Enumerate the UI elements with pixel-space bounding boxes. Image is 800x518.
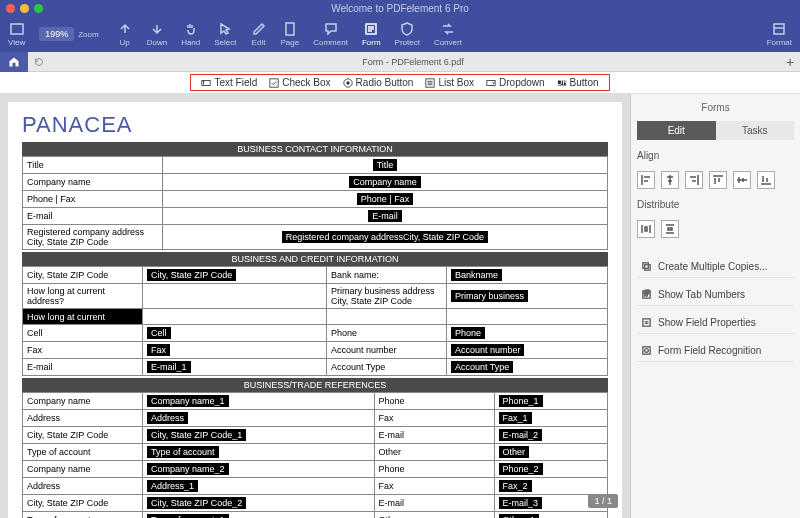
hand-button[interactable]: Hand — [181, 21, 200, 47]
button-tool[interactable]: OKButton — [557, 77, 599, 88]
listbox-tool[interactable]: List Box — [425, 77, 474, 88]
form-field[interactable]: Phone | Fax — [357, 193, 413, 205]
form-field[interactable]: Company name_2 — [147, 463, 229, 475]
align-bottom-button[interactable] — [757, 171, 775, 189]
form-field[interactable]: E-mail_2 — [499, 429, 543, 441]
form-field[interactable]: City, State ZIP Code_1 — [147, 429, 246, 441]
form-field[interactable]: Title — [373, 159, 398, 171]
titlebar: Welcome to PDFelement 6 Pro — [0, 0, 800, 16]
form-field[interactable]: Fax_1 — [499, 412, 532, 424]
field-label: Phone — [326, 325, 446, 342]
field-label: E-mail — [374, 495, 494, 512]
comment-button[interactable]: Comment — [313, 21, 348, 47]
form-field[interactable]: Company name — [349, 176, 421, 188]
field-cell: Cell — [143, 325, 327, 342]
field-label: City, State ZIP Code — [23, 427, 143, 444]
field-label: Company name — [23, 393, 143, 410]
down-button[interactable]: Down — [147, 21, 167, 47]
show-properties-action[interactable]: Show Field Properties — [637, 312, 794, 334]
form-field[interactable]: Primary business — [451, 290, 528, 302]
form-field[interactable]: E-mail — [368, 210, 402, 222]
form-field[interactable]: City, State ZIP Code — [147, 269, 236, 281]
show-tab-numbers-action[interactable]: #Show Tab Numbers — [637, 284, 794, 306]
form-field[interactable]: Account number — [451, 344, 525, 356]
form-button[interactable]: Form — [362, 21, 381, 47]
section-header: BUSINESS AND CREDIT INFORMATION — [22, 252, 608, 266]
form-field[interactable]: E-mail_3 — [499, 497, 543, 509]
form-field[interactable]: Fax — [147, 344, 170, 356]
field-cell: Type of account — [143, 444, 375, 461]
distribute-h-button[interactable] — [637, 220, 655, 238]
document-area[interactable]: PANACEA BUSINESS CONTACT INFORMATION Tit… — [0, 94, 630, 518]
create-copies-action[interactable]: Create Multiple Copies... — [637, 256, 794, 278]
reload-icon[interactable] — [32, 55, 46, 69]
view-button[interactable]: View — [8, 21, 25, 47]
radio-tool[interactable]: Radio Button — [343, 77, 414, 88]
align-middle-button[interactable] — [733, 171, 751, 189]
distribute-label: Distribute — [637, 199, 794, 210]
field-label: Registered company address City, State Z… — [23, 225, 163, 250]
zoom-control[interactable]: 199%Zoom — [39, 27, 98, 41]
form-field[interactable]: Other_1 — [499, 514, 540, 518]
svg-rect-5 — [270, 78, 278, 86]
field-cell: Type of account_1 — [143, 512, 375, 519]
field-label: City, State ZIP Code — [23, 267, 143, 284]
form-field[interactable]: Phone_1 — [499, 395, 543, 407]
form-field[interactable]: Address_1 — [147, 480, 198, 492]
form-field[interactable]: Registered company addressCity, State ZI… — [282, 231, 488, 243]
align-left-button[interactable] — [637, 171, 655, 189]
field-label: Bank name: — [326, 267, 446, 284]
form-field[interactable]: Type of account — [147, 446, 219, 458]
close-icon[interactable] — [6, 4, 15, 13]
tab-tasks[interactable]: Tasks — [716, 121, 795, 140]
form-field[interactable]: E-mail_1 — [147, 361, 191, 373]
form-field[interactable]: Account Type — [451, 361, 513, 373]
minimize-icon[interactable] — [20, 4, 29, 13]
field-cell: Company name_2 — [143, 461, 375, 478]
form-field[interactable]: Phone_2 — [499, 463, 543, 475]
section-header: BUSINESS CONTACT INFORMATION — [22, 142, 608, 156]
form-field[interactable]: Company name_1 — [147, 395, 229, 407]
edit-button[interactable]: Edit — [251, 21, 267, 47]
field-cell — [143, 284, 327, 309]
text-field-tool[interactable]: Text Field — [201, 77, 257, 88]
up-button[interactable]: Up — [117, 21, 133, 47]
convert-button[interactable]: Convert — [434, 21, 462, 47]
field-cell: Fax_1 — [494, 410, 608, 427]
svg-point-7 — [346, 81, 349, 84]
form-field[interactable]: Type of account_1 — [147, 514, 229, 518]
form-field[interactable]: Fax_2 — [499, 480, 532, 492]
form-field[interactable]: Cell — [147, 327, 171, 339]
format-button[interactable]: Format — [767, 21, 792, 47]
field-label: Fax — [23, 342, 143, 359]
form-field[interactable]: Phone — [451, 327, 485, 339]
form-field[interactable]: Bankname — [451, 269, 502, 281]
align-top-button[interactable] — [709, 171, 727, 189]
checkbox-tool[interactable]: Check Box — [269, 77, 330, 88]
field-cell: Phone_2 — [494, 461, 608, 478]
distribute-v-button[interactable] — [661, 220, 679, 238]
field-cell: Phone_1 — [494, 393, 608, 410]
maximize-icon[interactable] — [34, 4, 43, 13]
field-cell: City, State ZIP Code_2 — [143, 495, 375, 512]
page-button[interactable]: Page — [281, 21, 300, 47]
field-recognition-action[interactable]: Form Field Recognition — [637, 340, 794, 362]
home-button[interactable] — [0, 52, 28, 72]
align-center-h-button[interactable] — [661, 171, 679, 189]
field-label: Address — [23, 478, 143, 495]
form-field[interactable]: City, State ZIP Code_2 — [147, 497, 246, 509]
new-tab-button[interactable]: + — [780, 54, 800, 70]
svg-rect-0 — [11, 24, 23, 34]
form-field[interactable]: Other — [499, 446, 530, 458]
select-button[interactable]: Select — [214, 21, 236, 47]
field-label: How long at current address? — [23, 284, 143, 309]
field-label: Primary business address City, State ZIP… — [326, 284, 446, 309]
protect-button[interactable]: Protect — [395, 21, 420, 47]
form-field[interactable]: Address — [147, 412, 188, 424]
document-tab[interactable]: Form - PDFelement 6.pdf — [46, 57, 780, 67]
distribute-buttons — [637, 220, 794, 238]
tab-edit[interactable]: Edit — [637, 121, 716, 140]
dropdown-tool[interactable]: Dropdown — [486, 77, 545, 88]
align-right-button[interactable] — [685, 171, 703, 189]
field-label: E-mail — [374, 427, 494, 444]
